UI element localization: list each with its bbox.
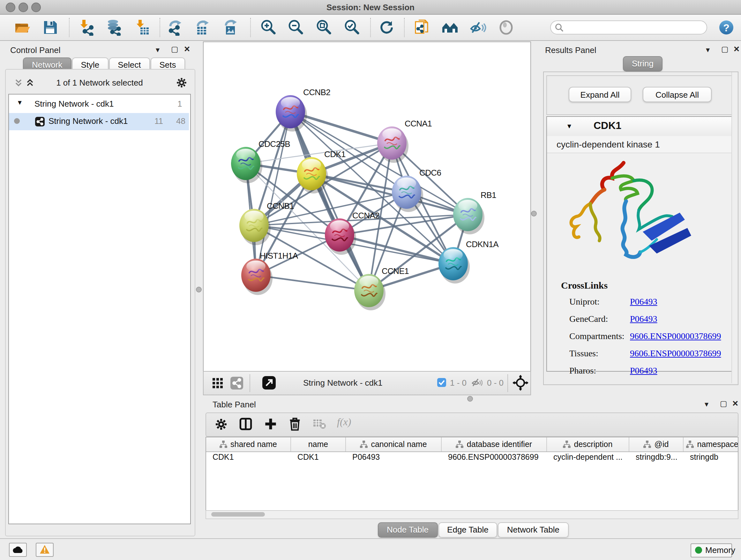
- crosslink-link[interactable]: 9606.ENSP00000378699: [630, 349, 721, 359]
- export-table-button[interactable]: [195, 19, 211, 36]
- application-window: { "window": {"title": "Session: New Sess…: [0, 0, 741, 560]
- collapse-triangle-icon[interactable]: ▼: [566, 123, 572, 130]
- crosshair-move-icon[interactable]: [513, 375, 529, 391]
- table-cell[interactable]: P06493: [346, 453, 441, 465]
- import-table-from-file-button[interactable]: [134, 19, 151, 36]
- cloud-button[interactable]: [9, 543, 27, 557]
- crosslink-link[interactable]: P06493: [630, 314, 657, 324]
- panel-float-icon[interactable]: ▢: [721, 45, 729, 54]
- search-box[interactable]: [550, 20, 707, 35]
- column-header-namespace[interactable]: namespace: [684, 437, 738, 451]
- network-collection-row[interactable]: ▼ String Network - cdk1 1: [9, 96, 189, 113]
- node-CDC25B[interactable]: CDC25B: [231, 139, 290, 183]
- export-image-button[interactable]: [223, 19, 239, 36]
- warnings-button[interactable]: [36, 543, 54, 557]
- delete-icon[interactable]: [288, 417, 301, 431]
- show-graphics-button[interactable]: [498, 19, 515, 36]
- table-cell[interactable]: CDK1: [291, 453, 345, 465]
- right-splitter-handle[interactable]: [531, 211, 537, 216]
- columns-icon[interactable]: [239, 418, 252, 430]
- panel-menu-icon[interactable]: ▾: [156, 45, 159, 54]
- panel-menu-icon[interactable]: ▾: [704, 400, 709, 409]
- zoom-in-button[interactable]: [260, 19, 276, 36]
- crosslinks-heading: CrossLinks: [561, 280, 608, 291]
- import-network-from-database-button[interactable]: [105, 19, 122, 36]
- search-input[interactable]: [566, 22, 703, 33]
- document-network-icon: [414, 19, 430, 36]
- network-graph[interactable]: CCNB2CCNA1CDC25BCDK1CDC6RB1CCNB1CCNA2CDK…: [204, 42, 530, 371]
- node-CCNE1[interactable]: CCNE1: [354, 266, 409, 310]
- network-canvas[interactable]: CCNB2CCNA1CDC25BCDK1CDC6RB1CCNB1CCNA2CDK…: [203, 42, 531, 372]
- node-RB1[interactable]: RB1: [453, 190, 496, 234]
- results-scrollbar[interactable]: [731, 72, 737, 383]
- memory-button[interactable]: Memory: [690, 543, 732, 557]
- gear-icon[interactable]: [176, 77, 187, 88]
- grid-view-icon[interactable]: [212, 378, 223, 388]
- homes-button[interactable]: [442, 19, 458, 36]
- crosslink-link[interactable]: P06493: [630, 297, 657, 307]
- tab-node-table[interactable]: Node Table: [378, 522, 437, 538]
- node-CCNA1[interactable]: CCNA1: [377, 119, 432, 163]
- table-cell[interactable]: stringdb:9...: [629, 453, 683, 465]
- crosslink-link[interactable]: P06493: [630, 366, 657, 376]
- column-header-shared-name[interactable]: shared name: [206, 437, 291, 451]
- save-session-button[interactable]: [42, 19, 59, 36]
- edge-HIST1H1A-CCNE1[interactable]: [256, 275, 369, 291]
- panel-float-icon[interactable]: ▢: [720, 399, 727, 408]
- crosslink-link[interactable]: 9606.ENSP00000378699: [630, 331, 721, 341]
- node-CDKN1A[interactable]: CDKN1A: [439, 240, 499, 284]
- node-HIST1H1A[interactable]: HIST1H1A: [241, 251, 298, 295]
- left-splitter-handle[interactable]: [196, 287, 202, 293]
- panel-close-icon[interactable]: ✕: [732, 399, 738, 408]
- table-cell[interactable]: cyclin-dependent ...: [547, 453, 629, 465]
- column-header-@id[interactable]: @id: [629, 437, 684, 451]
- svg-text:?: ?: [723, 22, 730, 34]
- divider: [250, 374, 250, 392]
- expand-all-button[interactable]: Expand All: [569, 87, 631, 102]
- zoom-selected-button[interactable]: [343, 19, 360, 36]
- gear-icon[interactable]: [215, 418, 227, 430]
- open-in-new-icon[interactable]: [262, 376, 276, 389]
- column-header-description[interactable]: description: [547, 437, 629, 451]
- table-cell[interactable]: 9606.ENSP00000378699: [442, 453, 546, 465]
- toolbar-separator: [159, 18, 160, 37]
- import-network-from-file-button[interactable]: [78, 19, 94, 36]
- node-label-CCNA2: CCNA2: [352, 211, 380, 220]
- tab-network-table[interactable]: Network Table: [498, 522, 568, 538]
- panel-float-icon[interactable]: ▢: [171, 45, 179, 54]
- scrollbar-thumb[interactable]: [211, 512, 265, 516]
- help-button[interactable]: ?: [718, 19, 735, 36]
- refresh-button[interactable]: [379, 19, 395, 36]
- network-row[interactable]: String Network - cdk1 11 48: [9, 113, 189, 130]
- table-cell[interactable]: CDK1: [206, 453, 290, 465]
- node-table[interactable]: shared namenamecanonical namedatabase id…: [205, 437, 738, 511]
- protein-description: cyclin-dependent kinase 1: [556, 139, 660, 149]
- toolbar-separator: [250, 18, 251, 37]
- node-label-CDC6: CDC6: [419, 168, 441, 178]
- tab-edge-table[interactable]: Edge Table: [438, 522, 497, 538]
- hide-graphics-button[interactable]: [470, 19, 486, 36]
- panel-close-icon[interactable]: ✕: [733, 45, 740, 54]
- add-icon[interactable]: [264, 418, 277, 430]
- share-view-icon[interactable]: [230, 377, 243, 389]
- hidden-eye-slash-icon[interactable]: [472, 377, 482, 388]
- table-horizontal-scrollbar[interactable]: [205, 510, 738, 519]
- collapse-triangle-icon[interactable]: ▼: [17, 99, 23, 106]
- panel-close-icon[interactable]: ✕: [184, 45, 190, 54]
- protein-card-header[interactable]: ▼ CDK1: [547, 117, 733, 137]
- selected-checkbox-icon[interactable]: [437, 378, 446, 387]
- network-document-button[interactable]: [414, 19, 430, 36]
- tab-string[interactable]: String: [623, 56, 663, 71]
- column-header-database-identifier[interactable]: database identifier: [442, 437, 547, 451]
- panel-menu-icon[interactable]: ▾: [706, 45, 710, 54]
- column-header-name[interactable]: name: [291, 437, 346, 451]
- table-cell[interactable]: stringdb: [684, 453, 738, 465]
- column-header-canonical-name[interactable]: canonical name: [346, 437, 442, 451]
- zoom-fit-button[interactable]: [315, 19, 332, 36]
- node-CCNB2[interactable]: CCNB2: [276, 87, 330, 132]
- open-session-button[interactable]: [14, 19, 30, 36]
- export-network-button[interactable]: [167, 19, 184, 36]
- delete-table-icon: [313, 419, 326, 429]
- zoom-out-button[interactable]: [287, 19, 304, 36]
- collapse-all-button[interactable]: Collapse All: [643, 87, 712, 102]
